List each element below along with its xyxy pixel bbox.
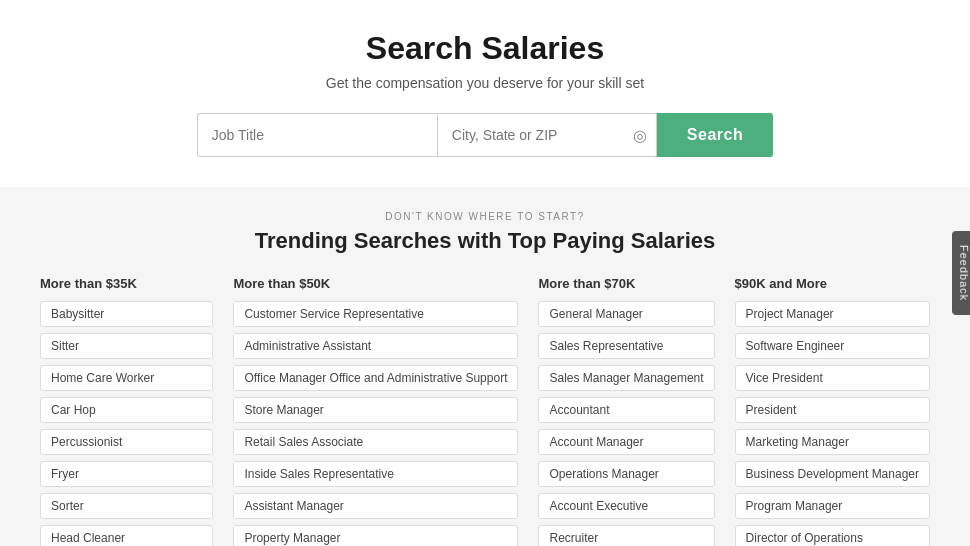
salary-tag[interactable]: Head Cleaner (40, 525, 213, 546)
salary-column-col2: More than $50KCustomer Service Represent… (223, 276, 528, 546)
salary-tag[interactable]: Marketing Manager (735, 429, 930, 455)
search-button[interactable]: Search (657, 113, 773, 157)
salary-column-col4: $90K and MoreProject ManagerSoftware Eng… (725, 276, 930, 546)
salary-tag[interactable]: Retail Sales Associate (233, 429, 518, 455)
salary-tag[interactable]: Inside Sales Representative (233, 461, 518, 487)
salary-tag[interactable]: Business Development Manager (735, 461, 930, 487)
column-header-col3: More than $70K (538, 276, 714, 291)
search-bar: ◎ Search (145, 113, 825, 157)
salary-tag[interactable]: Sitter (40, 333, 213, 359)
salary-tag[interactable]: Home Care Worker (40, 365, 213, 391)
salary-tag[interactable]: Account Manager (538, 429, 714, 455)
salary-columns: More than $35KBabysitterSitterHome Care … (40, 276, 930, 546)
hero-subtitle: Get the compensation you deserve for you… (0, 75, 970, 91)
salary-tag[interactable]: Accountant (538, 397, 714, 423)
salary-tag[interactable]: Customer Service Representative (233, 301, 518, 327)
trending-title: Trending Searches with Top Paying Salari… (40, 228, 930, 254)
salary-tag[interactable]: Fryer (40, 461, 213, 487)
job-title-input[interactable] (197, 113, 437, 157)
salary-tag[interactable]: Sales Manager Management (538, 365, 714, 391)
salary-tag[interactable]: Sales Representative (538, 333, 714, 359)
salary-tag[interactable]: Property Manager (233, 525, 518, 546)
salary-tag[interactable]: Program Manager (735, 493, 930, 519)
trending-section: DON'T KNOW WHERE TO START? Trending Sear… (0, 187, 970, 546)
salary-tag[interactable]: Software Engineer (735, 333, 930, 359)
salary-column-col3: More than $70KGeneral ManagerSales Repre… (528, 276, 724, 546)
trending-dont-know-label: DON'T KNOW WHERE TO START? (40, 211, 930, 222)
salary-tag[interactable]: Percussionist (40, 429, 213, 455)
salary-tag[interactable]: Vice President (735, 365, 930, 391)
page-title: Search Salaries (0, 30, 970, 67)
column-header-col4: $90K and More (735, 276, 930, 291)
salary-tag[interactable]: Operations Manager (538, 461, 714, 487)
location-input[interactable] (437, 113, 657, 157)
column-header-col1: More than $35K (40, 276, 213, 291)
salary-tag[interactable]: General Manager (538, 301, 714, 327)
salary-tag[interactable]: Office Manager Office and Administrative… (233, 365, 518, 391)
salary-tag[interactable]: Director of Operations (735, 525, 930, 546)
salary-tag[interactable]: President (735, 397, 930, 423)
feedback-tab[interactable]: Feedback (952, 231, 970, 315)
salary-tag[interactable]: Store Manager (233, 397, 518, 423)
salary-tag[interactable]: Account Executive (538, 493, 714, 519)
hero-section: Search Salaries Get the compensation you… (0, 0, 970, 187)
salary-column-col1: More than $35KBabysitterSitterHome Care … (40, 276, 223, 546)
salary-tag[interactable]: Sorter (40, 493, 213, 519)
column-header-col2: More than $50K (233, 276, 518, 291)
salary-tag[interactable]: Car Hop (40, 397, 213, 423)
salary-tag[interactable]: Assistant Manager (233, 493, 518, 519)
location-wrapper: ◎ (437, 113, 657, 157)
salary-tag[interactable]: Project Manager (735, 301, 930, 327)
salary-tag[interactable]: Administrative Assistant (233, 333, 518, 359)
salary-tag[interactable]: Recruiter (538, 525, 714, 546)
salary-tag[interactable]: Babysitter (40, 301, 213, 327)
